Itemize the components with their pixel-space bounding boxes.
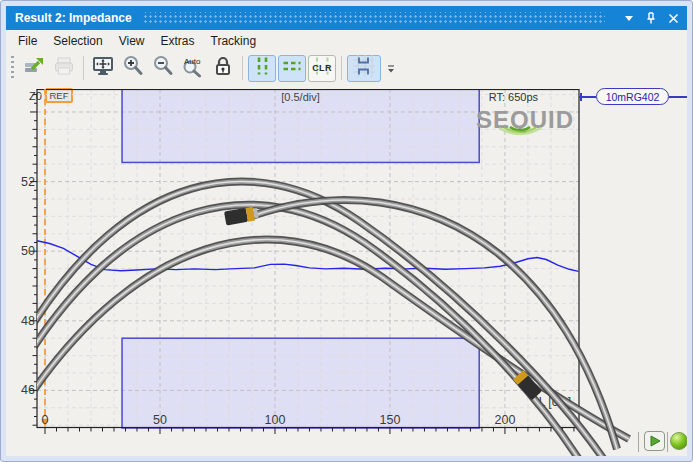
rise-time-label: RT: 650ps — [406, 91, 538, 103]
export-data-button[interactable] — [20, 55, 48, 82]
zoom-auto-label: Auto — [184, 57, 200, 66]
toolbar-separator — [83, 56, 84, 80]
window-pin-icon[interactable] — [643, 10, 659, 26]
window-close-icon[interactable] — [665, 10, 681, 26]
x-tick-label: 150 — [380, 413, 401, 427]
horizontal-markers-icon — [280, 54, 304, 82]
x-tick-label: 100 — [265, 413, 286, 427]
x-tick-label: 50 — [153, 413, 167, 427]
vertical-markers-icon — [250, 54, 274, 82]
run-measurement-button[interactable] — [644, 431, 665, 451]
status-separator — [638, 432, 639, 452]
menu-tracking[interactable]: Tracking — [203, 32, 265, 50]
clear-markers-button[interactable]: CLR — [308, 55, 336, 82]
menu-view[interactable]: View — [111, 32, 153, 50]
menu-extras[interactable]: Extras — [153, 32, 203, 50]
vertical-markers-button[interactable] — [248, 55, 276, 82]
zoom-auto-button[interactable]: Auto — [179, 55, 207, 82]
impedance-trace — [37, 241, 579, 272]
menu-selection[interactable]: Selection — [45, 32, 110, 50]
window-title: Result 2: Impedance — [15, 11, 132, 25]
sequid-logo-arcs — [498, 123, 544, 139]
step-response-icon — [351, 53, 377, 83]
lock-zoom-button[interactable] — [209, 55, 237, 82]
titlebar-texture — [142, 12, 605, 24]
toolbar: Auto — [6, 51, 687, 85]
lock-icon — [211, 54, 235, 82]
zoom-out-button[interactable] — [149, 55, 177, 82]
selection-region — [122, 338, 479, 428]
print-button[interactable] — [50, 55, 78, 82]
menubar: File Selection View Extras Tracking — [6, 30, 687, 51]
menu-file[interactable]: File — [10, 32, 45, 50]
fit-to-screen-button[interactable] — [89, 55, 117, 82]
toolbar-grip[interactable] — [11, 56, 14, 80]
impedance-plot[interactable]: 050100150200L [cm] — [17, 89, 583, 441]
toolbar-overflow-button[interactable] — [384, 58, 398, 78]
titlebar[interactable]: Result 2: Impedance — [6, 6, 687, 30]
toolbar-separator — [242, 56, 243, 80]
horizontal-markers-button[interactable] — [278, 55, 306, 82]
status-separator — [667, 432, 668, 452]
x-tick-label: 0 — [42, 413, 49, 427]
x-tick-label: 200 — [495, 413, 516, 427]
window-menu-arrow-icon[interactable] — [621, 10, 637, 26]
window-frame: Result 2: Impedance File Selection View … — [0, 0, 693, 462]
toolbar-separator — [341, 56, 342, 80]
zoom-out-icon — [151, 54, 175, 82]
x-axis-unit: L [cm] — [539, 395, 571, 409]
result-window: Result 2: Impedance File Selection View … — [6, 6, 687, 456]
dut-tag[interactable]: 10mRG402 — [596, 88, 669, 105]
status-led — [670, 432, 687, 450]
clear-markers-label: CLR — [309, 63, 335, 73]
step-response-button[interactable] — [347, 55, 381, 82]
zoom-in-icon — [121, 54, 145, 82]
printer-icon — [52, 54, 76, 82]
zoom-in-button[interactable] — [119, 55, 147, 82]
dut-wire-right — [669, 96, 687, 98]
fit-to-screen-icon — [91, 54, 115, 82]
dut-wire-tick — [580, 93, 582, 101]
result-view: 46485052 Z0 REF 050100150200L [cm] [0.5/… — [6, 85, 687, 456]
export-data-icon — [22, 54, 46, 82]
play-icon — [649, 435, 661, 447]
